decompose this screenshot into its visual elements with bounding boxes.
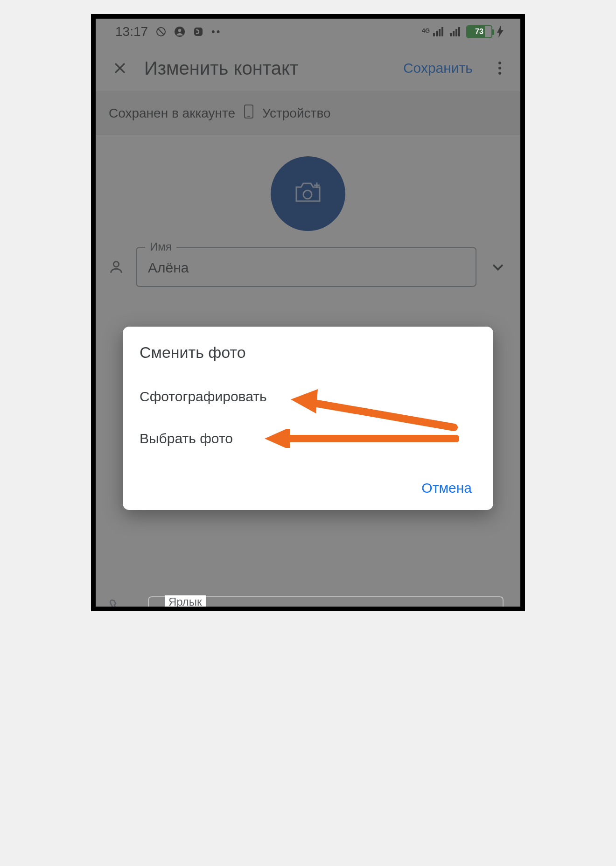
dialog-title: Сменить фото bbox=[140, 343, 476, 362]
phone-icon bbox=[109, 598, 124, 611]
cancel-button[interactable]: Отмена bbox=[417, 476, 476, 500]
battery-percent: 73 bbox=[475, 28, 483, 36]
dialog-actions: Отмена bbox=[140, 466, 476, 500]
choose-photo-option[interactable]: Выбрать фото bbox=[140, 424, 476, 453]
device-frame: 13:17 •• 4G 73 bbox=[91, 14, 525, 611]
modal-scrim[interactable] bbox=[96, 19, 520, 607]
change-photo-dialog: Сменить фото Сфотографировать Выбрать фо… bbox=[123, 327, 493, 510]
take-photo-option[interactable]: Сфотографировать bbox=[140, 382, 476, 411]
label-field-label: Ярлык bbox=[165, 595, 206, 608]
